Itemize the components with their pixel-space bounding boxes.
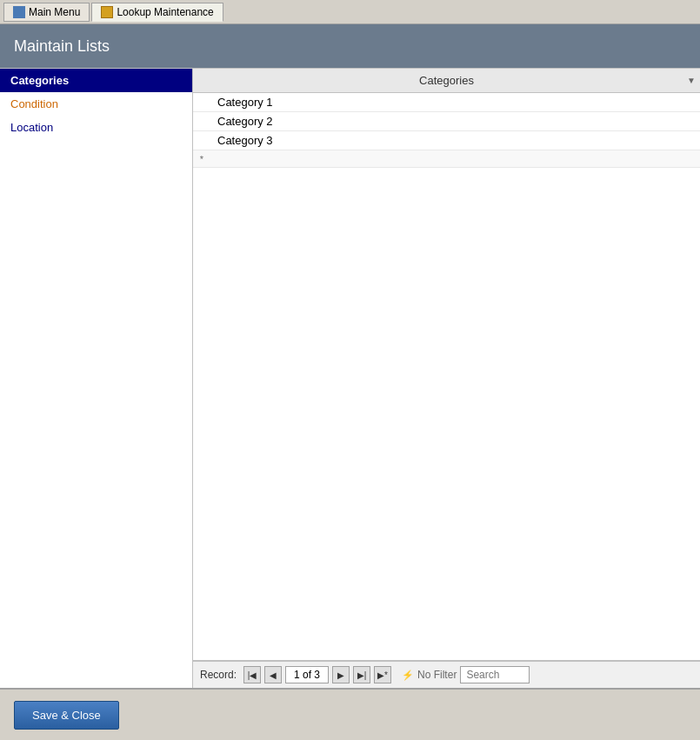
grid-column-dropdown[interactable]: ▼ xyxy=(683,76,700,85)
tab-main-menu[interactable]: Main Menu xyxy=(3,3,90,22)
filter-icon: ⚡ xyxy=(402,670,414,681)
grid-column-categories: Categories xyxy=(210,70,683,90)
nav-first-button[interactable]: |◀ xyxy=(243,666,261,683)
main-panel: Categories ▼ Category 1 Category 2 xyxy=(193,68,700,688)
lookup-maintenance-icon xyxy=(101,6,113,18)
next-icon: ▶ xyxy=(337,670,344,680)
tab-main-menu-label: Main Menu xyxy=(29,6,80,18)
first-icon: |◀ xyxy=(248,670,257,680)
nav-next-button[interactable]: ▶ xyxy=(332,666,350,683)
nav-position[interactable]: 1 of 3 xyxy=(285,666,329,683)
new-row-cell[interactable] xyxy=(210,157,700,162)
search-input[interactable] xyxy=(460,666,530,683)
main-header: Maintain Lists xyxy=(0,24,700,68)
save-close-button[interactable]: Save & Close xyxy=(14,701,119,730)
dropdown-icon: ▼ xyxy=(687,76,696,85)
sidebar-item-condition[interactable]: Condition xyxy=(0,92,192,116)
table-row[interactable]: Category 2 xyxy=(193,112,700,131)
prev-icon: ◀ xyxy=(270,670,277,680)
bottom-bar: Save & Close xyxy=(0,688,700,740)
last-icon: ▶| xyxy=(357,670,367,680)
sidebar-categories-label: Categories xyxy=(10,74,69,87)
row-indicator-2 xyxy=(193,120,210,123)
sidebar: Categories Condition Location xyxy=(0,68,193,688)
new-row[interactable]: * xyxy=(193,150,700,168)
new-icon: ▶* xyxy=(377,670,388,680)
sidebar-item-categories[interactable]: Categories xyxy=(0,69,192,92)
sidebar-item-location[interactable]: Location xyxy=(0,116,192,139)
grid-header: Categories ▼ xyxy=(193,69,700,93)
filter-label: No Filter xyxy=(417,669,457,681)
grid-body: Category 1 Category 2 Category 3 * xyxy=(193,93,700,660)
grid-area: Categories ▼ Category 1 Category 2 xyxy=(193,69,700,688)
nav-new-button[interactable]: ▶* xyxy=(374,666,391,683)
table-row[interactable]: Category 1 xyxy=(193,93,700,112)
sidebar-location-label: Location xyxy=(10,121,53,134)
cell-category-3[interactable]: Category 3 xyxy=(210,131,700,150)
sidebar-condition-label: Condition xyxy=(10,97,58,110)
cell-category-1[interactable]: Category 1 xyxy=(210,93,700,111)
tab-bar: Main Menu Lookup Maintenance xyxy=(0,0,700,24)
nav-last-button[interactable]: ▶| xyxy=(353,666,370,683)
nav-prev-button[interactable]: ◀ xyxy=(264,666,282,683)
record-label: Record: xyxy=(200,669,237,681)
table-row[interactable]: Category 3 xyxy=(193,131,700,150)
row-indicator-1 xyxy=(193,101,210,104)
row-indicator-3 xyxy=(193,139,210,143)
new-row-indicator: * xyxy=(193,152,210,166)
nav-filter: ⚡ No Filter xyxy=(402,669,457,681)
navigation-bar: Record: |◀ ◀ 1 of 3 ▶ ▶| ▶* ⚡ xyxy=(193,660,700,688)
tab-lookup-maintenance[interactable]: Lookup Maintenance xyxy=(91,3,223,22)
content-area: Categories Condition Location Categories… xyxy=(0,68,700,688)
cell-category-2[interactable]: Category 2 xyxy=(210,112,700,130)
tab-lookup-maintenance-label: Lookup Maintenance xyxy=(117,6,213,18)
save-close-label: Save & Close xyxy=(32,709,101,722)
main-menu-icon xyxy=(13,6,25,18)
grid-column-label: Categories xyxy=(419,74,474,87)
page-title: Maintain Lists xyxy=(14,37,110,56)
